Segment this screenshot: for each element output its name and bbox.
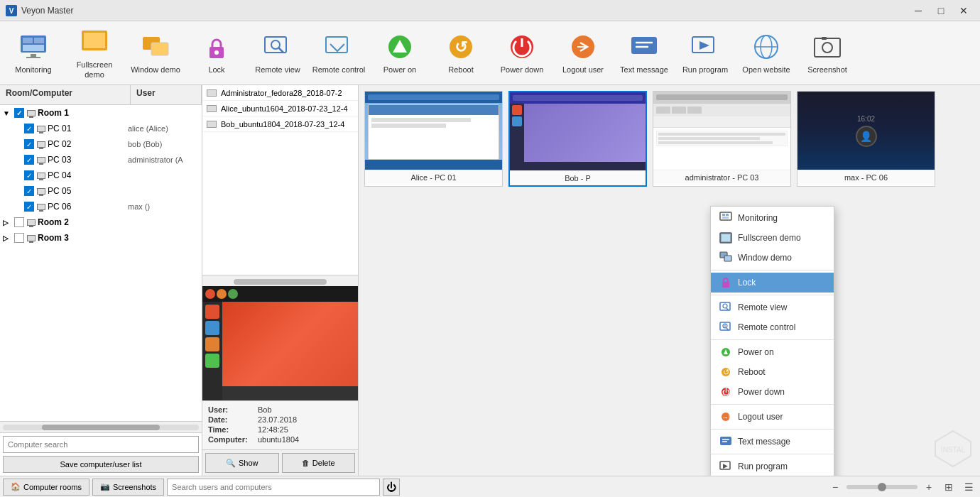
- tree-item-pc03[interactable]: ▷ ✓ PC 03 administrator (A: [10, 152, 202, 168]
- chevron-right-icon-room2: ▷: [3, 219, 13, 226]
- list-item[interactable]: Administrator_fedora28_2018-07-2: [202, 85, 358, 101]
- toolbar-remote_view[interactable]: Remote view: [247, 24, 308, 82]
- computer-rooms-button[interactable]: 🏠 Computer rooms: [3, 479, 89, 496]
- checkbox-pc03[interactable]: ✓: [24, 155, 34, 165]
- svg-point-35: [822, 43, 832, 53]
- mid-hscrollbar[interactable]: [202, 275, 358, 286]
- tree-area: ▼ ✓ Room 1 ▷ ✓ PC 01 alice (Alice) ▷ ✓ P…: [0, 105, 202, 421]
- checkbox-room1[interactable]: ✓: [14, 108, 24, 118]
- screenshot-card-alice[interactable]: Alice - PC 01: [364, 91, 503, 187]
- ctx-logout[interactable]: →| Logout user: [711, 407, 834, 427]
- ctx-lock-label: Lock: [738, 278, 756, 288]
- svg-rect-11: [151, 43, 168, 55]
- computer-search-input[interactable]: [3, 436, 199, 453]
- ctx-remote-view-label: Remote view: [738, 302, 787, 312]
- monitor-icon-pc01: [37, 126, 45, 132]
- statusbar: 🏠 Computer rooms 📷 Screenshots ⏻ − + ⊞ ☰: [0, 476, 980, 497]
- ctx-fullscreen-label: Fullscreen demo: [738, 233, 801, 243]
- checkbox-pc04[interactable]: ✓: [24, 170, 34, 180]
- remote_control-label: Remote control: [312, 65, 366, 75]
- logout_user-label: Logout user: [562, 65, 604, 75]
- pc01-user: alice (Alice): [128, 124, 199, 133]
- zoom-minus-button[interactable]: −: [827, 479, 844, 496]
- remote-control-icon: [719, 321, 732, 334]
- toolbar-remote_control[interactable]: Remote control: [308, 24, 369, 82]
- tree-item-pc04[interactable]: ▷ ✓ PC 04: [10, 168, 202, 183]
- checkbox-room2[interactable]: [14, 217, 24, 227]
- toolbar-fullscreen_demo[interactable]: Fullscreen demo: [64, 24, 125, 82]
- list-item[interactable]: Alice_ubuntu1604_2018-07-23_12-4: [202, 101, 358, 116]
- tree-item-pc06[interactable]: ▷ ✓ PC 06 max (): [10, 199, 202, 214]
- list-item[interactable]: Bob_ubuntu1804_2018-07-23_12-4: [202, 116, 358, 132]
- screenshot-card-admin[interactable]: administrator - PC 03: [653, 91, 791, 187]
- screenshot-icon-small: [207, 121, 217, 128]
- computer-rooms-label: Computer rooms: [23, 483, 82, 491]
- checkbox-pc02[interactable]: ✓: [24, 139, 34, 149]
- pc01-label: PC 01: [48, 124, 128, 133]
- ctx-run-program[interactable]: ▶ Run program: [711, 457, 834, 476]
- list-view-button[interactable]: ☰: [960, 479, 977, 496]
- toolbar-run_program[interactable]: Run program: [675, 24, 736, 82]
- toolbar-text_message[interactable]: Text message: [614, 24, 675, 82]
- screenshot-card-bob[interactable]: Bob - P: [508, 91, 647, 187]
- svg-point-47: [723, 304, 727, 308]
- tree-item-pc02[interactable]: ▷ ✓ PC 02 bob (Bob): [10, 136, 202, 152]
- ctx-remote-view[interactable]: Remote view: [711, 297, 834, 317]
- checkbox-pc05[interactable]: ✓: [24, 186, 34, 196]
- tree-item-room2[interactable]: ▷ Room 2: [0, 214, 202, 230]
- ctx-monitoring[interactable]: Monitoring: [711, 208, 834, 228]
- toolbar-lock[interactable]: Lock: [186, 24, 247, 82]
- screenshot-icon-small: [207, 105, 217, 112]
- toolbar-screenshot[interactable]: Screenshot: [797, 24, 858, 82]
- save-list-button[interactable]: Save computer/user list: [3, 456, 199, 473]
- toolbar-window_demo[interactable]: Window demo: [125, 24, 186, 82]
- toolbar-monitoring[interactable]: Monitoring: [3, 24, 64, 82]
- toolbar-power_on[interactable]: Power on: [369, 24, 430, 82]
- tree-item-room1[interactable]: ▼ ✓ Room 1: [0, 105, 202, 121]
- pc06-user: max (): [128, 202, 199, 211]
- preview-buttons: 🔍 Show 🗑 Delete: [202, 449, 358, 476]
- zoom-slider[interactable]: [846, 485, 918, 489]
- tree-hscrollbar[interactable]: [0, 421, 202, 432]
- toolbar-open_website[interactable]: Open website: [736, 24, 797, 82]
- screenshot-card-max[interactable]: 16:02 👤 max - PC 06: [797, 91, 935, 187]
- ctx-fullscreen[interactable]: Fullscreen demo: [711, 228, 834, 248]
- toolbar-reboot[interactable]: ↺Reboot: [430, 24, 491, 82]
- monitoring-icon: [18, 31, 49, 62]
- grid-view-button[interactable]: ⊞: [940, 479, 957, 496]
- ctx-reboot[interactable]: ↺ Reboot: [711, 362, 834, 382]
- tree-header: Room/Computer User: [0, 85, 202, 105]
- tree-item-pc01[interactable]: ▷ ✓ PC 01 alice (Alice): [10, 121, 202, 136]
- user-computer-search[interactable]: [167, 479, 380, 496]
- ctx-remote-control[interactable]: Remote control: [711, 317, 834, 337]
- power-on-icon: [719, 346, 732, 359]
- zoom-plus-button[interactable]: +: [920, 479, 937, 496]
- ctx-power-down[interactable]: ⏻ Power down: [711, 382, 834, 402]
- reboot-icon: ↺: [719, 366, 732, 378]
- checkbox-pc01[interactable]: ✓: [24, 124, 34, 133]
- close-button[interactable]: ✕: [953, 4, 974, 18]
- ctx-lock[interactable]: Lock: [711, 273, 834, 293]
- svg-rect-36: [822, 37, 827, 40]
- power-button[interactable]: ⏻: [383, 479, 400, 496]
- show-button[interactable]: 🔍 Show: [205, 453, 279, 473]
- pc05-label: PC 05: [48, 186, 128, 196]
- computer-value: ubuntu1804: [258, 435, 299, 444]
- delete-button[interactable]: 🗑 Delete: [282, 453, 356, 473]
- lock-icon: [201, 31, 232, 62]
- separator-5: [711, 429, 834, 430]
- ctx-power-on[interactable]: Power on: [711, 342, 834, 362]
- checkbox-room3[interactable]: [14, 233, 24, 243]
- tree-item-room3[interactable]: ▷ Room 3: [0, 230, 202, 246]
- toolbar-power_down[interactable]: Power down: [491, 24, 552, 82]
- ctx-text-message[interactable]: Text message: [711, 432, 834, 452]
- toolbar-logout_user[interactable]: Logout user: [552, 24, 614, 82]
- monitor-icon-pc05: [37, 188, 45, 195]
- tree-item-pc05[interactable]: ▷ ✓ PC 05: [10, 183, 202, 199]
- minimize-button[interactable]: ─: [908, 4, 929, 18]
- separator-4: [711, 404, 834, 405]
- screenshots-button[interactable]: 📷 Screenshots: [92, 479, 164, 496]
- maximize-button[interactable]: □: [930, 4, 952, 18]
- ctx-window-demo[interactable]: Window demo: [711, 248, 834, 268]
- checkbox-pc06[interactable]: ✓: [24, 202, 34, 212]
